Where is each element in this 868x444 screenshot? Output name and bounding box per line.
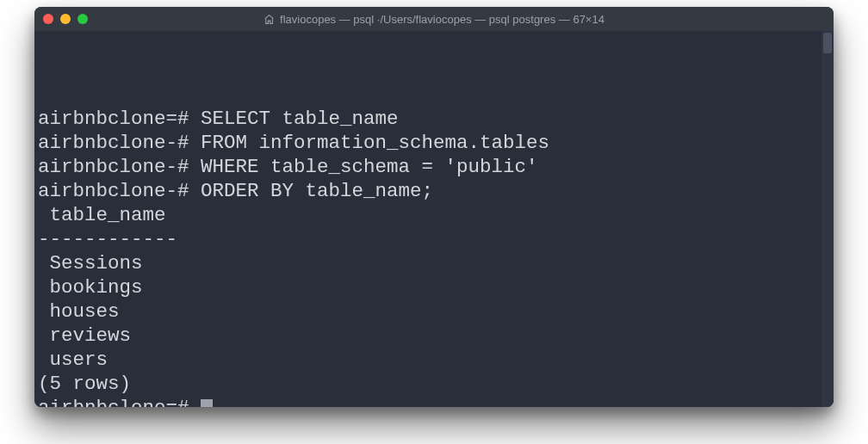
minimize-button[interactable] xyxy=(60,14,71,24)
terminal-cursor xyxy=(201,399,213,408)
terminal-content: airbnbclone=# SELECT table_nameairbnbclo… xyxy=(38,107,834,407)
terminal-line: (5 rows) xyxy=(38,372,834,396)
titlebar: flaviocopes — psql ∙/Users/flaviocopes —… xyxy=(34,7,834,31)
terminal-line: Sessions xyxy=(38,251,834,275)
terminal-line: bookings xyxy=(38,275,834,299)
terminal-line: airbnbclone-# FROM information_schema.ta… xyxy=(38,131,834,155)
terminal-line: table_name xyxy=(38,203,834,227)
terminal-window: flaviocopes — psql ∙/Users/flaviocopes —… xyxy=(34,7,834,407)
scrollbar-track[interactable] xyxy=(822,31,834,407)
terminal-line: houses xyxy=(38,299,834,324)
terminal-line: airbnbclone-# ORDER BY table_name; xyxy=(38,179,834,203)
terminal-line: airbnbclone=# SELECT table_name xyxy=(38,107,834,131)
scrollbar-thumb[interactable] xyxy=(823,33,832,53)
terminal-line: ------------ xyxy=(38,227,834,251)
traffic-lights xyxy=(43,14,88,24)
terminal-line: airbnbclone-# WHERE table_schema = 'publ… xyxy=(38,155,834,179)
home-icon xyxy=(264,14,275,25)
window-title-text: flaviocopes — psql ∙/Users/flaviocopes —… xyxy=(280,13,604,26)
window-title: flaviocopes — psql ∙/Users/flaviocopes —… xyxy=(264,13,604,26)
close-button[interactable] xyxy=(43,14,53,24)
terminal-body[interactable]: airbnbclone=# SELECT table_nameairbnbclo… xyxy=(34,31,834,407)
terminal-line: users xyxy=(38,348,834,372)
terminal-line: reviews xyxy=(38,324,834,348)
terminal-line: airbnbclone=# xyxy=(38,396,834,407)
zoom-button[interactable] xyxy=(78,14,88,24)
